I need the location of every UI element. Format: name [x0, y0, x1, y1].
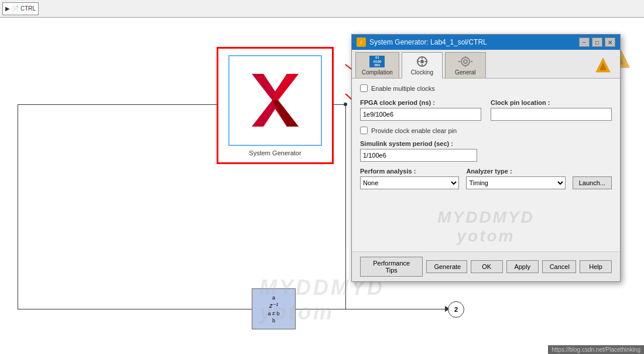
dialog-title-text: System Generator: Lab4_1_sol/CTRL	[369, 38, 487, 46]
analyzer-type-select[interactable]: Timing Resource	[466, 176, 565, 189]
performance-tips-button[interactable]: Performance Tips	[360, 257, 423, 277]
svg-point-14	[464, 60, 467, 63]
url-bar: https://blog.csdn.net/Placethinking	[548, 345, 644, 354]
fpga-clock-label: FPGA clock period (ns) :	[360, 99, 481, 106]
vivado-tab-logo	[594, 52, 616, 78]
fpga-clock-input[interactable]	[360, 108, 481, 121]
help-button[interactable]: Help	[580, 260, 612, 273]
z-block-bottom-label: z⁻¹	[269, 302, 278, 309]
clock-enable-checkbox[interactable]	[360, 127, 368, 134]
wire-to-output	[296, 309, 448, 309]
minimize-button[interactable]: −	[579, 38, 590, 47]
dialog-buttons: Performance Tips Generate OK Apply Cance…	[352, 251, 620, 281]
ctrl-block-indicator: ▶ 📄 CTRL	[2, 2, 39, 15]
svg-marker-1	[272, 100, 299, 127]
toolbar-doc-icon: 📄	[12, 5, 19, 12]
tab-compilation-label: Compilation	[362, 69, 393, 76]
sys-gen-inner	[228, 55, 322, 146]
cancel-button[interactable]: Cancel	[542, 260, 576, 273]
compare-block[interactable]: a z⁻¹ a ≠ b b	[252, 288, 296, 329]
enable-multiple-clocks-label: Enable multiple clocks	[371, 85, 435, 92]
perform-analysis-label: Perform analysis :	[360, 168, 459, 175]
tab-clocking[interactable]: Clocking	[402, 52, 443, 79]
dialog-body: Enable multiple clocks FPGA clock period…	[352, 79, 620, 202]
maximize-button[interactable]: □	[592, 38, 602, 47]
ok-button[interactable]: OK	[471, 260, 503, 273]
clock-period-row: FPGA clock period (ns) : Clock pin locat…	[360, 99, 612, 121]
clock-pin-label: Clock pin location :	[491, 99, 612, 106]
simulink-period-section: Simulink system period (sec) :	[360, 140, 612, 162]
sys-gen-block[interactable]: System Generator	[217, 47, 334, 164]
dialog-titlebar: ⚡ System Generator: Lab4_1_sol/CTRL − □ …	[352, 35, 620, 50]
dialog-title-left: ⚡ System Generator: Lab4_1_sol/CTRL	[357, 38, 487, 47]
output-label: 2	[454, 306, 458, 313]
compare-port-b: b	[272, 318, 275, 324]
sys-gen-dialog: ⚡ System Generator: Lab4_1_sol/CTRL − □ …	[351, 34, 621, 282]
svg-point-8	[420, 60, 424, 63]
toolbar-play-icon: ▶	[5, 5, 10, 12]
dialog-window-controls[interactable]: − □ ✕	[579, 38, 615, 47]
compare-port-a: a	[272, 295, 275, 301]
simulink-period-label: Simulink system period (sec) :	[360, 140, 612, 147]
generate-button[interactable]: Generate	[426, 260, 467, 273]
analysis-row: Perform analysis : None Resource Timing …	[360, 168, 612, 189]
perform-analysis-col: Perform analysis : None Resource Timing	[360, 168, 459, 189]
clock-enable-label: Provide clock enable clear pin	[371, 127, 457, 134]
clock-enable-row: Provide clock enable clear pin	[360, 127, 612, 134]
sys-gen-label: System Generator	[249, 149, 301, 156]
wire-v1	[18, 104, 18, 309]
enable-multiple-clocks-checkbox[interactable]	[360, 84, 368, 92]
wire-v2	[345, 104, 346, 309]
fpga-clock-col: FPGA clock period (ns) :	[360, 99, 481, 121]
ctrl-label: CTRL	[20, 5, 36, 12]
analyzer-type-col: Analyzer type : Timing Resource	[466, 168, 565, 189]
clock-pin-col: Clock pin location :	[491, 99, 612, 121]
enable-multiple-clocks-row: Enable multiple clocks	[360, 84, 612, 92]
tab-compilation[interactable]: 010100001 Compilation	[355, 52, 399, 78]
general-icon	[457, 55, 474, 68]
compare-sublabel: a ≠ b	[268, 311, 280, 316]
compilation-icon: 010100001	[369, 55, 385, 68]
launch-button[interactable]: Launch...	[573, 176, 612, 189]
close-button[interactable]: ✕	[605, 38, 615, 47]
tab-general[interactable]: General	[445, 52, 486, 78]
clocking-icon	[414, 55, 430, 68]
svg-point-13	[461, 57, 470, 66]
simulink-period-input[interactable]	[360, 149, 477, 162]
dialog-title-icon: ⚡	[357, 38, 366, 47]
tab-general-label: General	[455, 69, 476, 76]
url-text: https://blog.csdn.net/Placethinking	[551, 346, 640, 353]
perform-analysis-select[interactable]: None Resource Timing	[360, 176, 459, 189]
tab-clocking-label: Clocking	[411, 69, 433, 76]
analyzer-type-label: Analyzer type :	[466, 168, 565, 175]
sys-gen-label-text: System Generator	[249, 149, 301, 156]
clock-pin-input[interactable]	[491, 108, 612, 121]
apply-button[interactable]: Apply	[506, 260, 539, 273]
svg-marker-2	[272, 74, 299, 100]
output-circle: 2	[448, 301, 464, 318]
dialog-tabs: 010100001 Compilation Clocking	[352, 50, 620, 79]
dialog-watermark: MYDDMYDyotom	[352, 202, 620, 251]
xilinx-logo-svg	[240, 68, 310, 132]
wire-h2	[18, 309, 255, 309]
toolbar: ▶ 📄 CTRL	[0, 0, 644, 18]
